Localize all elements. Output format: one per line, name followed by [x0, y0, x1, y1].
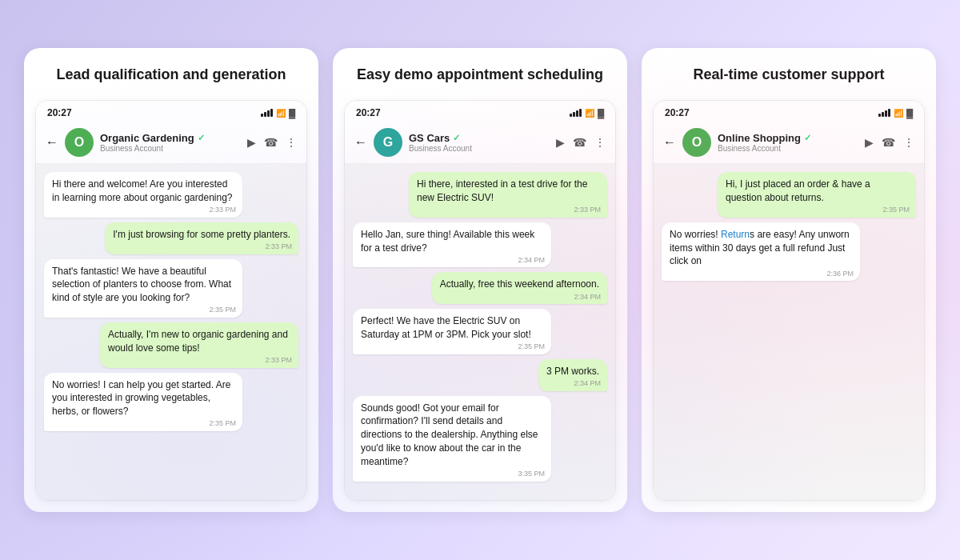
header-actions-customer-support: ▶ ☎ ⋮ [865, 136, 914, 149]
card-title-demo-appointment: Easy demo appointment scheduling [352, 66, 608, 84]
contact-info-demo-appointment: GS Cars ✓ Business Account [409, 132, 550, 153]
contact-name-lead-qualification: Organic Gardening ✓ [100, 132, 241, 144]
msg-time: 2:35 PM [210, 305, 237, 315]
msg-time: 2:33 PM [574, 205, 601, 215]
video-call-icon[interactable]: ▶ [247, 136, 256, 149]
card-header-demo-appointment: Easy demo appointment scheduling [333, 48, 627, 100]
status-icons: 📶 ▓ [261, 108, 295, 118]
avatar-customer-support: O [682, 128, 711, 157]
msg-time: 2:34 PM [574, 292, 601, 302]
chat-header-customer-support: ← O Online Shopping ✓ Business Account ▶… [654, 122, 924, 164]
contact-name-demo-appointment: GS Cars ✓ [409, 132, 550, 144]
message-demo-appointment-3: Perfect! We have the Electric SUV on Sat… [353, 309, 551, 354]
status-time: 20:27 [47, 107, 72, 118]
msg-time: 2:35 PM [518, 342, 546, 352]
header-actions-demo-appointment: ▶ ☎ ⋮ [556, 136, 606, 149]
battery-icon: ▓ [598, 108, 604, 118]
msg-time: 2:34 PM [518, 255, 546, 266]
message-lead-qualification-4: No worries! I can help you get started. … [44, 373, 242, 431]
msg-time: 2:35 PM [882, 205, 910, 215]
back-button[interactable]: ← [354, 135, 367, 150]
message-lead-qualification-2: That's fantastic! We have a beautiful se… [44, 259, 242, 318]
msg-time: 2:36 PM [827, 269, 854, 279]
card-header-lead-qualification: Lead qualification and generation [24, 48, 318, 100]
return-link[interactable]: Return [721, 229, 750, 240]
msg-time: 2:34 PM [574, 378, 601, 389]
more-options-icon[interactable]: ⋮ [903, 136, 914, 149]
contact-sub-lead-qualification: Business Account [100, 144, 241, 153]
msg-time: 2:33 PM [210, 205, 237, 215]
msg-time: 2:35 PM [210, 418, 237, 429]
signal-icon [570, 109, 582, 117]
phone-mockup-lead-qualification: 20:27 📶 ▓ ← O Organic Gardening ✓ Busine… [35, 100, 307, 501]
back-button[interactable]: ← [46, 135, 58, 150]
status-time: 20:27 [356, 107, 381, 118]
verified-badge: ✓ [198, 133, 205, 143]
battery-icon: ▓ [289, 108, 295, 118]
chat-header-demo-appointment: ← G GS Cars ✓ Business Account ▶ ☎ ⋮ [345, 122, 615, 164]
video-call-icon[interactable]: ▶ [556, 136, 565, 149]
message-customer-support-1: No worries! Returns are easy! Any unworn… [662, 222, 860, 281]
avatar-demo-appointment: G [374, 128, 402, 157]
avatar-lead-qualification: O [65, 128, 94, 157]
signal-icon [878, 109, 890, 117]
verified-badge: ✓ [804, 133, 811, 143]
contact-sub-customer-support: Business Account [718, 144, 858, 153]
msg-time: 2:33 PM [265, 242, 292, 252]
contact-info-lead-qualification: Organic Gardening ✓ Business Account [100, 132, 241, 153]
card-title-customer-support: Real-time customer support [661, 66, 917, 84]
contact-sub-demo-appointment: Business Account [409, 144, 550, 153]
message-lead-qualification-3: Actually, I'm new to organic gardening a… [100, 322, 298, 368]
cards-container: Lead qualification and generation 20:27 … [8, 32, 952, 528]
wifi-icon: 📶 [894, 109, 903, 118]
message-lead-qualification-0: Hi there and welcome! Are you interested… [44, 172, 242, 218]
chat-body-lead-qualification: Hi there and welcome! Are you interested… [36, 164, 306, 500]
card-header-customer-support: Real-time customer support [642, 48, 936, 100]
phone-mockup-demo-appointment: 20:27 📶 ▓ ← G GS Cars ✓ Business Account… [344, 100, 616, 501]
status-bar-customer-support: 20:27 📶 ▓ [654, 101, 924, 122]
message-demo-appointment-4: 3 PM works.2:34 PM [538, 359, 607, 391]
status-icons: 📶 ▓ [878, 108, 913, 118]
status-time: 20:27 [665, 107, 690, 118]
wifi-icon: 📶 [585, 109, 594, 118]
signal-icon [261, 109, 273, 117]
phone-icon[interactable]: ☎ [264, 136, 278, 149]
contact-name-customer-support: Online Shopping ✓ [718, 132, 858, 144]
back-button[interactable]: ← [663, 135, 676, 150]
chat-body-customer-support: Hi, I just placed an order & have a ques… [654, 164, 924, 500]
contact-info-customer-support: Online Shopping ✓ Business Account [718, 132, 858, 153]
wifi-icon: 📶 [276, 109, 286, 118]
chat-header-lead-qualification: ← O Organic Gardening ✓ Business Account… [36, 122, 306, 164]
message-customer-support-0: Hi, I just placed an order & have a ques… [718, 172, 916, 218]
battery-icon: ▓ [906, 108, 913, 118]
message-demo-appointment-2: Actually, free this weekend afternoon.2:… [432, 272, 607, 304]
msg-time: 2:33 PM [265, 355, 292, 366]
status-bar-demo-appointment: 20:27 📶 ▓ [345, 101, 615, 122]
msg-time: 3:35 PM [518, 469, 546, 479]
header-actions-lead-qualification: ▶ ☎ ⋮ [247, 136, 297, 149]
phone-icon[interactable]: ☎ [573, 136, 586, 149]
phone-mockup-customer-support: 20:27 📶 ▓ ← O Online Shopping ✓ Business… [653, 100, 925, 501]
message-demo-appointment-1: Hello Jan, sure thing! Available this we… [353, 222, 551, 268]
verified-badge: ✓ [453, 133, 460, 143]
video-call-icon[interactable]: ▶ [865, 136, 874, 149]
card-lead-qualification: Lead qualification and generation 20:27 … [24, 48, 318, 512]
message-lead-qualification-1: I'm just browsing for some pretty plante… [105, 222, 298, 254]
more-options-icon[interactable]: ⋮ [594, 136, 606, 149]
status-icons: 📶 ▓ [570, 108, 604, 118]
more-options-icon[interactable]: ⋮ [286, 136, 297, 149]
status-bar-lead-qualification: 20:27 📶 ▓ [36, 101, 306, 122]
card-title-lead-qualification: Lead qualification and generation [43, 66, 299, 84]
message-demo-appointment-5: Sounds good! Got your email for confirma… [353, 396, 551, 482]
chat-body-demo-appointment: Hi there, interested in a test drive for… [345, 164, 615, 500]
card-demo-appointment: Easy demo appointment scheduling 20:27 📶… [333, 48, 627, 512]
message-demo-appointment-0: Hi there, interested in a test drive for… [409, 172, 607, 218]
phone-icon[interactable]: ☎ [882, 136, 895, 149]
card-customer-support: Real-time customer support 20:27 📶 ▓ ← O… [642, 48, 936, 512]
